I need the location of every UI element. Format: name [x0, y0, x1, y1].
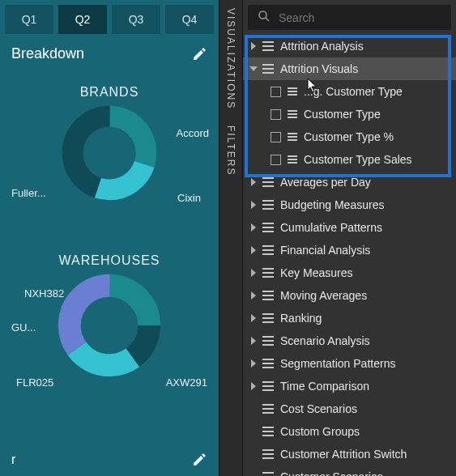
brands-donut-chart[interactable]: Accord Cixin Fuller...: [0, 104, 219, 242]
field-icon: [288, 87, 297, 96]
table-icon: [262, 177, 274, 187]
field-budgeting-measures[interactable]: Budgeting Measures: [243, 193, 456, 216]
field-attrition-analysis[interactable]: Attrition Analysis: [243, 35, 456, 57]
field-customer-attrition-switch[interactable]: Customer Attrition Switch: [243, 443, 456, 465]
edit-icon[interactable]: [191, 46, 207, 62]
chevron-right-icon: [251, 291, 256, 300]
search-box[interactable]: [248, 5, 451, 30]
table-icon: [262, 313, 274, 323]
field-cumulative-patterns[interactable]: Cumulative Patterns: [243, 216, 456, 239]
chevron-right-icon: [251, 359, 256, 368]
field-label: Averages per Day: [280, 176, 371, 189]
brands-title: BRANDS: [0, 85, 219, 100]
table-icon: [262, 449, 274, 459]
field-label: Attrition Visuals: [280, 62, 358, 75]
field-scenario-analysis[interactable]: Scenario Analysis: [243, 329, 456, 352]
bottom-bar: r: [0, 444, 219, 476]
search-icon: [258, 10, 271, 25]
spacer: [251, 405, 256, 413]
table-icon: [262, 291, 274, 300]
field-ranking[interactable]: Ranking: [243, 307, 456, 329]
chevron-down-icon: [249, 66, 258, 71]
edit-icon-bottom[interactable]: [191, 452, 207, 468]
field-label: Time Comparison: [280, 380, 369, 393]
table-icon: [262, 336, 274, 346]
svg-line-8: [266, 18, 269, 21]
field-label: ...g. Customer Type: [304, 85, 403, 98]
checkbox[interactable]: [271, 132, 281, 142]
chevron-right-icon: [251, 314, 256, 322]
chevron-right-icon: [251, 42, 256, 50]
warehouses-label-flr025: FLR025: [16, 376, 53, 389]
warehouses-label-gu: GU...: [11, 321, 36, 334]
fields-pane: Attrition Analysis Attrition Visuals ...…: [243, 0, 456, 476]
chevron-right-icon: [251, 178, 256, 186]
field-icon: [288, 110, 297, 118]
table-icon: [262, 64, 274, 74]
chevron-right-icon: [251, 337, 256, 345]
checkbox[interactable]: [271, 87, 281, 97]
tab-q2[interactable]: Q2: [58, 5, 107, 34]
field-label: Cumulative Patterns: [280, 221, 382, 234]
search-input[interactable]: [279, 11, 441, 24]
tab-q3[interactable]: Q3: [112, 5, 160, 34]
field-attrition-visuals[interactable]: Attrition Visuals: [243, 57, 456, 80]
brands-label-cixin: Cixin: [177, 192, 201, 204]
checkbox[interactable]: [271, 109, 281, 120]
field-label: Custom Groups: [280, 425, 360, 438]
field-averages-per-day[interactable]: Averages per Day: [243, 171, 456, 193]
warehouses-title: WAREHOUSES: [0, 253, 219, 268]
table-icon: [262, 223, 274, 232]
breakdown-title: Breakdown: [11, 45, 84, 62]
tab-q4[interactable]: Q4: [165, 5, 214, 34]
field-financial-analysis[interactable]: Financial Analysis: [243, 239, 456, 261]
field-label: Customer Attrition Switch: [280, 448, 407, 461]
field-customer-type-sales[interactable]: Customer Type Sales: [243, 148, 456, 171]
field-label: Customer Type Sales: [304, 153, 412, 166]
field-label: Attrition Analysis: [280, 40, 364, 53]
field-avg-customer-type[interactable]: ...g. Customer Type: [243, 80, 456, 103]
table-icon: [262, 381, 274, 391]
quarter-tabs: Q1 Q2 Q3 Q4: [0, 0, 219, 34]
field-label: Scenario Analysis: [280, 334, 370, 347]
chevron-right-icon: [251, 382, 256, 390]
fields-list: Attrition Analysis Attrition Visuals ...…: [243, 35, 456, 476]
field-customer-type-pct[interactable]: Customer Type %: [243, 125, 456, 148]
table-icon: [262, 404, 274, 414]
field-label: Customer Type: [304, 108, 381, 121]
chevron-right-icon: [251, 201, 256, 209]
field-label: Segmentation Patterns: [280, 357, 395, 370]
field-icon: [288, 155, 297, 164]
table-icon: [262, 245, 274, 255]
side-rail: VISUALIZATIONS FILTERS: [219, 0, 243, 476]
field-label: Customer Type %: [304, 130, 394, 143]
warehouses-label-axw291: AXW291: [166, 376, 207, 389]
warehouses-donut-chart[interactable]: NXH382 GU... FLR025 AXW291: [0, 273, 219, 427]
table-icon: [262, 472, 274, 476]
field-label: Key Measures: [280, 266, 352, 279]
field-label: Cost Scenarios: [280, 402, 357, 415]
field-customer-type[interactable]: Customer Type: [243, 103, 456, 125]
field-label: Moving Averages: [280, 289, 367, 302]
field-key-measures[interactable]: Key Measures: [243, 261, 456, 284]
tab-q1[interactable]: Q1: [5, 5, 53, 34]
field-custom-groups[interactable]: Custom Groups: [243, 420, 456, 443]
checkbox[interactable]: [271, 155, 281, 165]
bottom-label: r: [11, 453, 15, 467]
field-label: Customer Scenarios: [280, 470, 383, 476]
field-cost-scenarios[interactable]: Cost Scenarios: [243, 397, 456, 420]
rail-visualizations[interactable]: VISUALIZATIONS: [225, 0, 237, 117]
table-icon: [262, 200, 274, 210]
brands-label-fuller: Fuller...: [11, 187, 46, 199]
rail-filters[interactable]: FILTERS: [225, 117, 237, 184]
field-label: Ranking: [280, 312, 322, 325]
warehouses-label-nxh382: NXH382: [24, 287, 64, 300]
field-time-comparison[interactable]: Time Comparison: [243, 375, 456, 397]
breakdown-header: Breakdown: [0, 34, 219, 74]
field-moving-averages[interactable]: Moving Averages: [243, 284, 456, 307]
table-icon: [262, 41, 274, 51]
field-customer-scenarios[interactable]: Customer Scenarios: [243, 465, 456, 476]
table-icon: [262, 427, 274, 436]
field-segmentation-patterns[interactable]: Segmentation Patterns: [243, 352, 456, 375]
chevron-right-icon: [251, 223, 256, 232]
